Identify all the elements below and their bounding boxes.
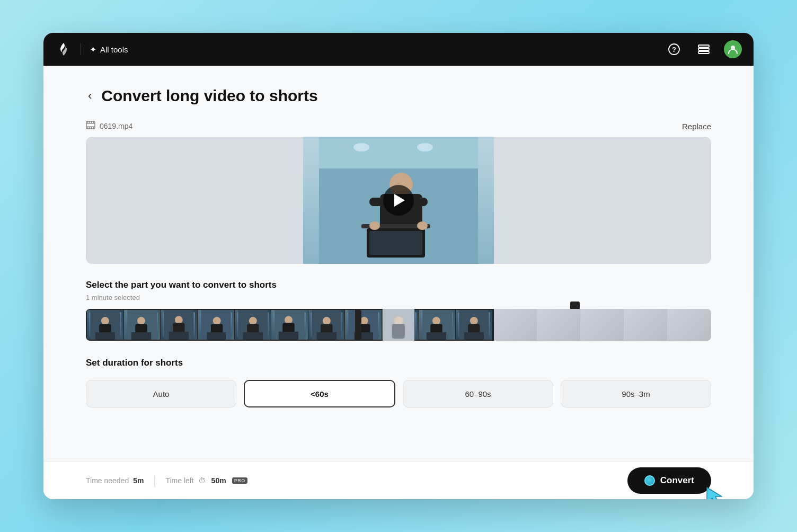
back-button[interactable]: ‹ bbox=[86, 87, 94, 105]
footer-divider bbox=[154, 475, 155, 486]
duration-label: Set duration for shorts bbox=[86, 358, 711, 368]
timeline-unselected bbox=[494, 309, 711, 341]
duration-section: Set duration for shorts Auto <60s 60–90s… bbox=[86, 358, 711, 407]
svg-text:?: ? bbox=[672, 46, 676, 54]
page-title: Convert long video to shorts bbox=[101, 87, 317, 105]
svg-rect-28 bbox=[369, 231, 422, 255]
convert-button[interactable]: Convert bbox=[627, 467, 711, 494]
video-preview bbox=[86, 137, 711, 264]
svg-rect-16 bbox=[93, 127, 94, 129]
footer-time-needed: Time needed 5m bbox=[86, 476, 144, 485]
svg-point-29 bbox=[369, 221, 380, 230]
timeline-handle-right[interactable] bbox=[355, 310, 361, 340]
file-name: 0619.mp4 bbox=[100, 122, 132, 130]
clock-icon: ⏱ bbox=[198, 476, 206, 485]
svg-rect-10 bbox=[90, 121, 91, 123]
cursor-icon bbox=[705, 485, 726, 500]
logo-icon bbox=[55, 41, 72, 58]
timeline-label: Select the part you want to convert to s… bbox=[86, 280, 711, 290]
footer-bar: Time needed 5m Time left ⏱ 50m PRO Conve… bbox=[43, 461, 754, 499]
svg-point-20 bbox=[353, 143, 369, 152]
header-right: ? bbox=[665, 40, 742, 59]
logo bbox=[55, 41, 72, 58]
footer-time-left: Time left ⏱ 50m PRO bbox=[165, 476, 247, 485]
header: ✦ All tools ? bbox=[43, 33, 754, 66]
svg-rect-11 bbox=[91, 121, 92, 123]
svg-rect-24 bbox=[369, 198, 384, 206]
app-window: ✦ All tools ? bbox=[43, 33, 754, 499]
convert-label: Convert bbox=[660, 475, 694, 486]
play-icon bbox=[394, 194, 405, 207]
duration-60s-button[interactable]: <60s bbox=[244, 380, 395, 407]
time-needed-value: 5m bbox=[133, 476, 144, 485]
video-side-left bbox=[86, 137, 303, 264]
file-row: 0619.mp4 Replace bbox=[86, 121, 711, 131]
svg-rect-7 bbox=[86, 123, 95, 124]
wand-icon: ✦ bbox=[90, 45, 96, 55]
timeline-section: Select the part you want to convert to s… bbox=[86, 280, 711, 341]
video-side-right bbox=[494, 137, 711, 264]
svg-rect-14 bbox=[90, 127, 91, 129]
svg-marker-90 bbox=[707, 487, 722, 500]
all-tools-label: All tools bbox=[100, 45, 128, 54]
svg-rect-8 bbox=[86, 127, 95, 128]
svg-rect-15 bbox=[91, 127, 92, 129]
svg-point-30 bbox=[417, 221, 428, 230]
main-content: ‹ Convert long video to shorts bbox=[43, 66, 754, 461]
duration-60-90s-button[interactable]: 60–90s bbox=[403, 380, 553, 407]
convert-dot-icon bbox=[644, 475, 655, 486]
pro-badge: PRO bbox=[232, 477, 247, 484]
svg-point-21 bbox=[417, 143, 433, 152]
svg-rect-18 bbox=[319, 137, 478, 169]
avatar[interactable] bbox=[724, 40, 742, 58]
timeline-handle-top[interactable] bbox=[570, 302, 580, 309]
layout-button[interactable] bbox=[694, 40, 713, 59]
film-icon bbox=[86, 121, 95, 131]
svg-rect-2 bbox=[698, 45, 709, 47]
svg-rect-12 bbox=[93, 121, 94, 123]
time-left-label: Time left bbox=[165, 476, 193, 485]
file-info: 0619.mp4 bbox=[86, 121, 132, 131]
timeline-container bbox=[86, 309, 711, 341]
help-button[interactable]: ? bbox=[665, 40, 684, 59]
time-needed-label: Time needed bbox=[86, 476, 129, 485]
duration-90s-3m-button[interactable]: 90s–3m bbox=[561, 380, 711, 407]
svg-rect-4 bbox=[698, 51, 709, 54]
timeline-strip bbox=[86, 309, 711, 341]
time-left-value: 50m bbox=[211, 476, 226, 485]
duration-auto-button[interactable]: Auto bbox=[86, 380, 236, 407]
svg-rect-3 bbox=[698, 48, 709, 50]
replace-button[interactable]: Replace bbox=[682, 122, 711, 131]
timeline-sub: 1 minute selected bbox=[86, 294, 711, 302]
svg-rect-25 bbox=[413, 198, 428, 206]
svg-rect-13 bbox=[87, 127, 88, 129]
header-divider bbox=[81, 43, 81, 55]
svg-rect-9 bbox=[87, 121, 88, 123]
page-header: ‹ Convert long video to shorts bbox=[86, 87, 711, 105]
play-button[interactable] bbox=[383, 185, 414, 216]
duration-buttons: Auto <60s 60–90s 90s–3m bbox=[86, 380, 711, 407]
all-tools-button[interactable]: ✦ All tools bbox=[90, 45, 128, 55]
film-frame-light-5 bbox=[668, 309, 711, 341]
